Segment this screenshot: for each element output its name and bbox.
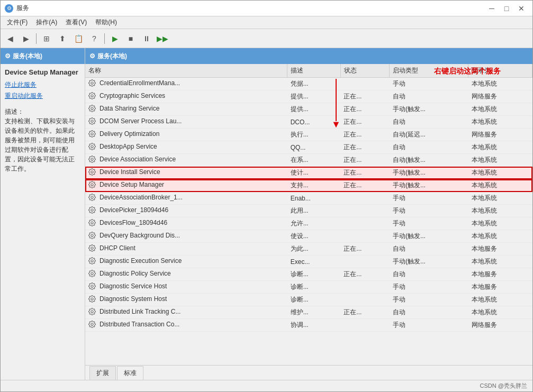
cell-login: 网络服务 xyxy=(468,129,532,141)
left-panel: ⚙ 服务(本地) Device Setup Manager 停止此服务 重启动此… xyxy=(1,48,85,380)
table-row[interactable]: Diagnostic Execution Service Exec... 手动(… xyxy=(85,256,532,268)
table-row[interactable]: Diagnostic Service Host 诊断... 手动 本地服务 xyxy=(85,281,532,294)
main-window: ⚙ 服务 ─ □ ✕ 文件(F) 操作(A) 查看(V) 帮助(H) ◀ ▶ ⊞… xyxy=(0,0,533,392)
cell-login: 本地系统 xyxy=(468,217,532,230)
table-row[interactable]: Device Association Service 在系... 正在... 自… xyxy=(85,154,532,167)
cell-login: 本地系统 xyxy=(468,78,532,90)
cell-name: DevQuery Background Dis... xyxy=(85,230,287,243)
table-row[interactable]: DevicesFlow_18094d46 允许... 手动 本地系统 xyxy=(85,217,532,230)
cell-status xyxy=(340,281,390,294)
table-row[interactable]: Cryptographic Services 提供... 正在... 自动 网络… xyxy=(85,90,532,103)
cell-desc: 执行... xyxy=(287,129,341,141)
properties-button[interactable]: 📋 xyxy=(71,31,86,46)
window-title: 服务 xyxy=(16,4,29,13)
menu-view[interactable]: 查看(V) xyxy=(61,17,91,28)
cell-name: Diagnostic Execution Service xyxy=(85,256,287,268)
show-hide-button[interactable]: ⊞ xyxy=(39,31,54,46)
window-controls: ─ □ ✕ xyxy=(485,2,528,15)
cell-startup: 手动 xyxy=(390,294,468,306)
back-button[interactable]: ◀ xyxy=(3,31,17,46)
table-row[interactable]: Distributed Link Tracking C... 维护... 正在.… xyxy=(85,306,532,319)
help-icon-btn[interactable]: ? xyxy=(87,31,102,46)
cell-login: 本地系统 xyxy=(468,103,532,116)
table-row[interactable]: Diagnostic System Host 诊断... 手动 本地系统 xyxy=(85,294,532,306)
cell-name: DevicesFlow_18094d46 xyxy=(85,217,287,230)
close-button[interactable]: ✕ xyxy=(514,2,528,15)
stop-button[interactable]: ■ xyxy=(123,31,138,46)
table-row[interactable]: Distributed Transaction Co... 协调... 手动 网… xyxy=(85,319,532,332)
cell-login: 网络服务 xyxy=(468,319,532,332)
col-name: 名称 xyxy=(85,64,287,78)
table-row[interactable]: DCOM Server Process Lau... DCO... 正在... … xyxy=(85,116,532,129)
toolbar: ◀ ▶ ⊞ ⬆ 📋 ? ▶ ■ ⏸ ▶▶ xyxy=(1,29,532,48)
play-button[interactable]: ▶ xyxy=(107,31,122,46)
cell-login: 本地系统 xyxy=(468,141,532,154)
cell-status: 正在... xyxy=(340,179,390,192)
up-button[interactable]: ⬆ xyxy=(55,31,70,46)
services-table-container[interactable]: 名称 描述 状态 启动类型 登录为 CredentialEnrollmentMa… xyxy=(85,64,532,365)
table-row[interactable]: DevQuery Background Dis... 使设... 手动(触发..… xyxy=(85,230,532,243)
cell-name: DHCP Client xyxy=(85,243,287,256)
table-row[interactable]: Device Install Service 使计... 正在... 手动(触发… xyxy=(85,167,532,179)
table-row[interactable]: Device Setup Manager 支持... 正在... 手动(触发..… xyxy=(85,179,532,192)
cell-startup: 自动 xyxy=(390,90,468,103)
menu-file[interactable]: 文件(F) xyxy=(3,17,32,28)
cell-desc: 此用... xyxy=(287,205,341,217)
cell-login: 本地系统 xyxy=(468,230,532,243)
cell-name: Device Install Service xyxy=(85,167,287,179)
table-row[interactable]: DHCP Client 为此... 正在... 自动 本地服务 xyxy=(85,243,532,256)
forward-button[interactable]: ▶ xyxy=(19,31,33,46)
cell-startup: 自动 xyxy=(390,141,468,154)
cell-desc: DCO... xyxy=(287,116,341,129)
table-row[interactable]: DevicePicker_18094d46 此用... 手动 本地系统 xyxy=(85,205,532,217)
tab-standard[interactable]: 标准 xyxy=(117,366,143,380)
minimize-button[interactable]: ─ xyxy=(485,2,499,15)
services-table: 名称 描述 状态 启动类型 登录为 CredentialEnrollmentMa… xyxy=(85,64,532,332)
tab-expand[interactable]: 扩展 xyxy=(89,366,116,380)
title-bar: ⚙ 服务 ─ □ ✕ xyxy=(1,1,532,16)
col-startup: 启动类型 xyxy=(390,64,468,78)
table-row[interactable]: Data Sharing Service 提供... 正在... 手动(触发..… xyxy=(85,103,532,116)
app-icon: ⚙ xyxy=(5,4,13,13)
cell-name: Diagnostic Policy Service xyxy=(85,268,287,281)
table-row[interactable]: DeviceAssociationBroker_1... Enab... 手动 … xyxy=(85,192,532,205)
table-header-row: 名称 描述 状态 启动类型 登录为 xyxy=(85,64,532,78)
main-content: ⚙ 服务(本地) Device Setup Manager 停止此服务 重启动此… xyxy=(1,48,532,380)
restart-button[interactable]: ▶▶ xyxy=(155,31,170,46)
cell-login: 本地系统 xyxy=(468,179,532,192)
cell-login: 本地服务 xyxy=(468,243,532,256)
cell-startup: 自动 xyxy=(390,268,468,281)
cell-name: Distributed Link Tracking C... xyxy=(85,306,287,319)
table-row[interactable]: DesktopApp Service QQ... 正在... 自动 本地系统 xyxy=(85,141,532,154)
cell-status xyxy=(340,205,390,217)
cell-desc: 提供... xyxy=(287,103,341,116)
col-status: 状态 xyxy=(340,64,390,78)
right-panel-title: 服务(本地) xyxy=(97,52,127,61)
menu-help[interactable]: 帮助(H) xyxy=(91,17,121,28)
cell-login: 本地服务 xyxy=(468,268,532,281)
left-panel-body: Device Setup Manager 停止此服务 重启动此服务 描述： 支持… xyxy=(1,64,85,178)
cell-status xyxy=(340,78,390,90)
cell-name: Data Sharing Service xyxy=(85,103,287,116)
table-row[interactable]: Diagnostic Policy Service 诊断... 正在... 自动… xyxy=(85,268,532,281)
cell-name: Device Setup Manager xyxy=(85,179,287,192)
cell-startup: 手动(触发... xyxy=(390,167,468,179)
menu-action[interactable]: 操作(A) xyxy=(32,17,61,28)
title-bar-left: ⚙ 服务 xyxy=(5,4,29,13)
cell-desc: 为此... xyxy=(287,243,341,256)
cell-startup: 手动 xyxy=(390,217,468,230)
table-row[interactable]: Delivery Optimization 执行... 正在... 自动(延迟.… xyxy=(85,129,532,141)
pause-button[interactable]: ⏸ xyxy=(139,31,154,46)
description-label: 描述： xyxy=(5,108,24,115)
cell-login: 本地系统 xyxy=(468,192,532,205)
cell-login: 本地系统 xyxy=(468,294,532,306)
restart-service-link[interactable]: 重启动此服务 xyxy=(5,92,80,101)
cell-desc: Exec... xyxy=(287,256,341,268)
stop-service-link[interactable]: 停止此服务 xyxy=(5,80,80,89)
cell-desc: 提供... xyxy=(287,90,341,103)
bottom-tabs: 扩展 标准 xyxy=(85,365,532,380)
maximize-button[interactable]: □ xyxy=(500,2,513,15)
cell-startup: 自动(延迟... xyxy=(390,129,468,141)
table-row[interactable]: CredentialEnrollmentMana... 凭据... 手动 本地系… xyxy=(85,78,532,90)
selected-service-name: Device Setup Manager xyxy=(5,68,80,76)
